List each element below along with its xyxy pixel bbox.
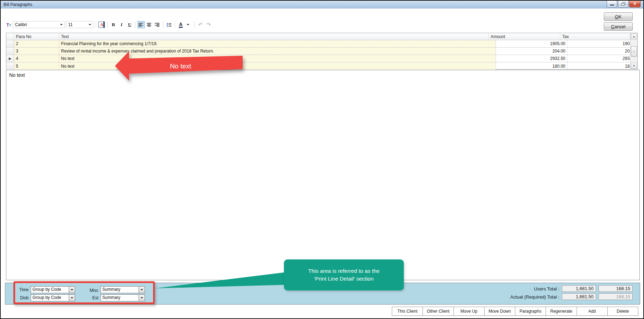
close-button[interactable]: ✕ — [629, 1, 640, 7]
font-color-dropdown[interactable] — [185, 21, 192, 28]
users-total-tax: 168.15 — [599, 285, 633, 292]
header-selector — [6, 33, 14, 40]
cell-para-no[interactable]: 3 — [14, 48, 59, 55]
undo-button[interactable]: ↶ — [197, 21, 204, 28]
font-color-icon: A — [179, 22, 182, 28]
disb-select[interactable]: Group by Code — [31, 294, 75, 301]
align-left-button[interactable] — [138, 21, 145, 28]
align-right-button[interactable] — [154, 21, 161, 28]
move-down-button[interactable]: Move Down — [484, 307, 515, 316]
table-row-current[interactable]: ▶ 4 No text 2932.50 293.25 — [6, 55, 637, 62]
scroll-down-icon[interactable]: ▼ — [631, 63, 637, 69]
misc-label: Misc — [84, 288, 98, 293]
paragraph-text-editor[interactable]: No text — [6, 70, 640, 280]
cell-para-no[interactable]: 4 — [14, 55, 59, 62]
row-selector[interactable] — [6, 40, 14, 47]
row-selector[interactable]: ▶ — [6, 55, 14, 62]
header-tax[interactable]: Tax — [560, 33, 630, 40]
ok-button[interactable]: OK — [604, 12, 633, 21]
align-right-icon — [155, 23, 160, 27]
toolbar-separator — [135, 22, 135, 28]
actual-total-label: Actual (Required) Total : — [482, 294, 559, 300]
font-icon: TT — [6, 22, 11, 27]
regenerate-button[interactable]: Regenerate — [546, 307, 577, 316]
table-row[interactable]: 3 Review of rental income & expenses cla… — [6, 48, 637, 55]
cell-tax[interactable]: 190.50 — [567, 40, 637, 47]
actual-total-amount: 1,681.50 — [562, 293, 596, 300]
paragraphs-button[interactable]: Paragraphs — [515, 307, 546, 316]
align-center-icon — [147, 23, 152, 27]
move-up-button[interactable]: Move Up — [454, 307, 485, 316]
scrollbar-thumb[interactable]: ≡ — [631, 46, 637, 57]
cell-tax[interactable]: 293.25 — [567, 55, 637, 62]
align-left-icon — [139, 23, 144, 27]
restore-icon — [621, 2, 625, 6]
underline-button[interactable]: U — [126, 21, 133, 28]
bill-paragraphs-window: Bill Paragraphs ✕ OK Cancel TT Calibri 1… — [0, 0, 644, 319]
chevron-down-icon[interactable] — [139, 295, 145, 301]
bottom-button-row: This Client Other Client Move Up Move Do… — [392, 307, 638, 316]
chevron-down-icon — [60, 24, 63, 25]
redo-button[interactable]: ↷ — [205, 21, 212, 28]
est-select[interactable]: Summary — [101, 294, 145, 301]
cell-text[interactable]: Review of rental income & expenses claim… — [59, 48, 496, 55]
font-dialog-button[interactable]: A — [98, 21, 105, 28]
print-line-detail-section: Time Group by Code Disb Group by Code Mi… — [5, 283, 640, 305]
header-para-no[interactable]: Para No — [14, 33, 59, 40]
close-icon: ✕ — [633, 1, 637, 6]
font-size-select[interactable]: 11 — [66, 21, 93, 28]
actual-total-tax: 168.15 — [599, 293, 633, 300]
toolbar-separator — [107, 22, 108, 28]
users-total-amount: 1,681.50 — [562, 285, 596, 292]
cell-tax[interactable]: 18.00 — [567, 62, 637, 70]
this-client-button[interactable]: This Client — [392, 307, 423, 316]
chevron-down-icon[interactable] — [139, 287, 145, 293]
time-select[interactable]: Group by Code — [31, 286, 75, 293]
delete-button[interactable]: Delete — [607, 307, 638, 316]
chevron-down-icon[interactable] — [69, 295, 75, 301]
title-bar: Bill Paragraphs ✕ — [1, 1, 643, 8]
misc-select[interactable]: Summary — [101, 286, 145, 293]
toolbar-separator — [194, 22, 195, 28]
cell-amount[interactable]: 204.00 — [496, 48, 567, 55]
row-selector[interactable] — [6, 48, 14, 55]
bold-button[interactable]: B — [110, 21, 117, 28]
cell-amount[interactable]: 1905.00 — [496, 40, 567, 47]
toolbar-separator — [175, 22, 175, 28]
cell-amount[interactable]: 180.00 — [496, 62, 567, 70]
toolbar-separator — [96, 22, 96, 28]
font-size-value: 11 — [66, 22, 89, 27]
italic-button[interactable]: I — [118, 21, 125, 28]
bullet-list-button[interactable] — [165, 21, 172, 28]
table-row[interactable]: 2 Financial Planning for the year commen… — [6, 40, 637, 48]
other-client-button[interactable]: Other Client — [423, 307, 454, 316]
grid-vertical-scrollbar[interactable]: ▲ ≡ ▼ — [630, 33, 637, 69]
cell-para-no[interactable]: 2 — [14, 40, 59, 47]
est-label: Est — [84, 295, 98, 300]
minimize-button[interactable] — [607, 1, 617, 7]
font-name-value: Calibri — [13, 22, 60, 27]
font-color-button[interactable]: A — [177, 21, 184, 28]
cell-para-no[interactable]: 5 — [14, 62, 59, 70]
add-button[interactable]: Add — [577, 307, 608, 316]
cell-text[interactable]: No text — [59, 55, 496, 62]
table-row[interactable]: 5 No text 180.00 18.00 — [6, 62, 637, 70]
chevron-down-icon[interactable] — [69, 287, 75, 293]
font-name-select[interactable]: Calibri — [13, 21, 65, 28]
cell-text[interactable]: No text — [59, 62, 496, 70]
font-color-dialog-icon: A — [98, 22, 105, 28]
cell-amount[interactable]: 2932.50 — [496, 55, 567, 62]
header-amount[interactable]: Amount — [489, 33, 560, 40]
row-selector[interactable] — [6, 62, 14, 70]
formatting-toolbar: TT Calibri 11 A B I U — [6, 20, 212, 29]
bullet-list-icon — [166, 23, 172, 27]
header-text[interactable]: Text — [59, 33, 489, 40]
scroll-up-icon[interactable]: ▲ — [631, 33, 637, 39]
current-row-icon: ▶ — [9, 57, 11, 60]
align-center-button[interactable] — [146, 21, 153, 28]
cancel-button[interactable]: Cancel — [604, 22, 633, 31]
cell-tax[interactable]: 20.40 — [567, 48, 637, 55]
restore-button[interactable] — [618, 1, 628, 7]
grid-header: Para No Text Amount Tax — [6, 33, 637, 40]
cell-text[interactable]: Financial Planning for the year commenci… — [59, 40, 496, 47]
